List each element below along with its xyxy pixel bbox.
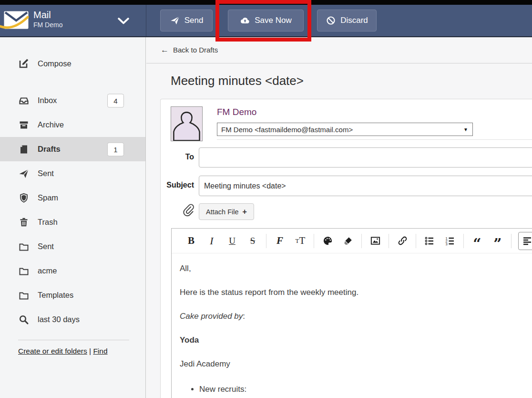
- font-face-button[interactable]: F: [273, 233, 287, 249]
- sidebar-item-inbox[interactable]: Inbox 4: [0, 88, 145, 113]
- italic-text: Cake provided by: [180, 312, 243, 321]
- send-button[interactable]: Send: [160, 10, 213, 31]
- sidebar-item-sent[interactable]: Sent: [0, 161, 145, 186]
- body-paragraph: Jedi Academy: [180, 359, 532, 369]
- back-arrow-icon: ←: [161, 46, 169, 53]
- sidebar-item-trash[interactable]: Trash: [0, 210, 145, 234]
- unquote-button[interactable]: ”: [491, 230, 505, 252]
- numbered-list-button[interactable]: 123: [443, 233, 457, 249]
- sidebar-item-label: last 30 days: [38, 315, 80, 324]
- sidebar-item-compose[interactable]: Compose: [0, 52, 145, 75]
- paperclip-icon: [182, 202, 195, 219]
- toolbar-separator: [314, 234, 314, 248]
- from-identity-select[interactable]: FM Demo <fastmaildemo@fastmail.com> ▼: [217, 123, 473, 136]
- palette-icon: [322, 235, 333, 246]
- bulleted-list-icon: [424, 235, 435, 247]
- sidebar-item-label: Trash: [38, 218, 58, 227]
- sidebar-item-label: Compose: [38, 59, 72, 68]
- discard-icon: [326, 15, 336, 26]
- trash-icon: [18, 217, 30, 228]
- insert-image-button[interactable]: [368, 233, 382, 249]
- main-content: ← Back to Drafts Meeting minutes <date> …: [146, 37, 532, 398]
- rich-text-editor: B I U S F TT: [171, 228, 532, 398]
- paper-plane-icon: [170, 15, 180, 26]
- insert-link-button[interactable]: [395, 233, 409, 249]
- sidebar-item-label: Sent: [38, 169, 54, 178]
- font-size-button[interactable]: TT: [293, 233, 307, 249]
- sidebar-item-drafts[interactable]: Drafts 1: [0, 137, 145, 161]
- sidebar-item-label: Drafts: [38, 145, 61, 154]
- align-left-icon: [522, 235, 532, 247]
- back-to-drafts-link[interactable]: ← Back to Drafts: [161, 46, 218, 54]
- shield-icon: [18, 192, 30, 204]
- back-bar: ← Back to Drafts: [146, 37, 532, 63]
- footer-separator: |: [87, 347, 93, 355]
- send-button-label: Send: [184, 16, 204, 25]
- product-title: Mail: [33, 9, 62, 21]
- unread-count-badge: 4: [107, 94, 124, 107]
- brand-text: Mail FM Demo: [33, 9, 62, 29]
- create-edit-folders-link[interactable]: Create or edit folders: [18, 347, 87, 355]
- compose-card: FM Demo FM Demo <fastmaildemo@fastmail.c…: [160, 99, 532, 398]
- sidebar-item-archive[interactable]: Archive: [0, 113, 145, 137]
- toolbar-separator: [463, 234, 464, 248]
- subject-input[interactable]: [199, 176, 532, 196]
- underline-button[interactable]: U: [225, 233, 239, 249]
- toolbar-separator: [416, 234, 416, 248]
- discard-button[interactable]: Discard: [317, 10, 377, 31]
- save-now-button[interactable]: Save Now: [228, 10, 304, 31]
- small-t-glyph: T: [296, 237, 299, 245]
- top-black-strip: [0, 0, 532, 5]
- sidebar-item-spam[interactable]: Spam: [0, 186, 145, 210]
- big-t-glyph: T: [299, 235, 306, 247]
- sidebar-item-saved-search[interactable]: last 30 days: [0, 307, 145, 332]
- align-left-button[interactable]: [518, 232, 532, 250]
- toolbar-separator: [389, 234, 389, 248]
- find-link[interactable]: Find: [93, 347, 107, 355]
- page-title: Meeting minutes <date>: [171, 73, 304, 88]
- archive-icon: [18, 119, 30, 131]
- bulleted-list-button[interactable]: [422, 233, 437, 249]
- numbered-list-icon: 123: [444, 235, 456, 247]
- from-divider: [217, 139, 532, 140]
- sidebar-item-sent-folder[interactable]: Sent: [0, 234, 145, 259]
- strikethrough-button[interactable]: S: [246, 233, 260, 249]
- message-body[interactable]: All, Here is the status report from the …: [172, 253, 532, 398]
- sidebar-divider: [18, 340, 129, 340]
- link-icon: [397, 235, 408, 246]
- sidebar-item-label: Spam: [38, 193, 58, 202]
- from-identity-value: FM Demo <fastmaildemo@fastmail.com>: [221, 126, 353, 134]
- app-header: Mail FM Demo Send Save Now: [0, 5, 532, 37]
- body-paragraph: Here is the status report from the weekl…: [180, 287, 532, 297]
- body-paragraph: All,: [180, 263, 532, 273]
- search-icon: [18, 314, 30, 325]
- toolbar-separator: [511, 234, 512, 248]
- folder-icon: [18, 241, 30, 252]
- body-bullet-list: New recruits: Graduates:: [180, 383, 532, 398]
- highlight-button[interactable]: [341, 233, 355, 249]
- paper-plane-icon: [18, 168, 30, 179]
- to-label: To: [161, 153, 194, 161]
- subject-label: Subject: [161, 181, 194, 189]
- attach-file-button[interactable]: Attach File +: [199, 203, 254, 220]
- mailbox-switcher[interactable]: Mail FM Demo: [0, 5, 146, 36]
- body-paragraph: Cake provided by:: [180, 311, 532, 321]
- sidebar-item-label: Inbox: [38, 96, 57, 105]
- sidebar: Compose Inbox 4 Archive Drafts 1: [0, 37, 146, 398]
- sidebar-item-templates[interactable]: Templates: [0, 283, 145, 307]
- sidebar-item-label: Archive: [38, 120, 64, 129]
- text-color-button[interactable]: [320, 233, 335, 249]
- italic-button[interactable]: I: [205, 233, 219, 249]
- sender-display-name: FM Demo: [217, 107, 256, 117]
- folder-icon: [18, 265, 30, 277]
- body-paragraph: Yoda: [180, 335, 532, 345]
- account-name: FM Demo: [33, 21, 62, 29]
- bullet-item: Graduates:: [199, 396, 532, 398]
- avatar: [171, 106, 203, 141]
- back-link-label: Back to Drafts: [173, 46, 218, 54]
- to-input[interactable]: [199, 147, 532, 168]
- bold-button[interactable]: B: [184, 233, 198, 249]
- chevron-down-icon[interactable]: [117, 17, 130, 25]
- sidebar-item-acme[interactable]: acme: [0, 259, 145, 283]
- quote-button[interactable]: “: [470, 230, 484, 252]
